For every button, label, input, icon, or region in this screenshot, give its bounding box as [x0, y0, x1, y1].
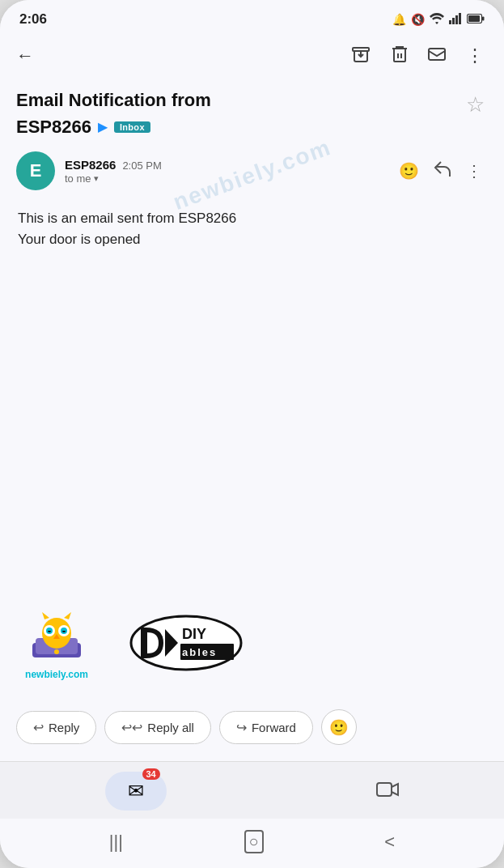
svg-rect-25: [47, 629, 52, 631]
sender-info: ESP8266 2:05 PM to me ▾: [65, 158, 383, 185]
emoji-reaction-button[interactable]: 🙂: [321, 709, 357, 745]
android-nav: ||| ○ <: [0, 819, 504, 868]
mail-icon: ✉: [128, 780, 144, 802]
svg-rect-26: [61, 629, 66, 631]
email-body: This is an email sent from ESP8266 Your …: [0, 194, 504, 585]
email-body-line1: This is an email sent from ESP8266: [18, 211, 236, 226]
svg-point-27: [54, 649, 59, 654]
sender-time: 2:05 PM: [122, 160, 161, 172]
svg-rect-7: [353, 48, 369, 51]
email-body-line2: Your door is opened: [18, 232, 141, 247]
sender-actions: 🙂 ⋮: [393, 156, 488, 186]
sender-name: ESP8266: [65, 158, 116, 172]
toolbar: ← ⋮: [0, 32, 504, 79]
sender-row: E ESP8266 2:05 PM to me ▾ 🙂 ⋮: [0, 142, 504, 194]
action-buttons: ↩ Reply ↩↩ Reply all ↪ Forward 🙂: [0, 696, 504, 761]
email-subject-block: Email Notification from ESP8266 ▶ Inbox: [16, 89, 463, 138]
back-button[interactable]: ←: [13, 39, 44, 73]
svg-marker-23: [42, 612, 49, 619]
sender-to[interactable]: to me ▾: [65, 172, 383, 185]
svg-rect-5: [468, 15, 480, 22]
svg-text:DIY: DIY: [182, 626, 206, 642]
more-button[interactable]: ⋮: [460, 40, 491, 71]
meet-nav-button[interactable]: [376, 780, 399, 802]
svg-rect-2: [455, 15, 458, 24]
owl-svg: [24, 609, 89, 666]
inbox-badge: Inbox: [114, 121, 150, 133]
status-icons: 🔔 🔇: [392, 13, 485, 27]
toolbar-actions: ⋮: [345, 40, 491, 73]
reply-all-label: Reply all: [147, 721, 194, 734]
svg-rect-3: [459, 13, 461, 24]
svg-rect-35: [377, 783, 392, 796]
avatar: E: [16, 151, 55, 190]
video-icon: [376, 780, 399, 802]
status-time: 2:06: [19, 11, 47, 28]
mail-badge: 34: [142, 768, 160, 780]
logo-area: newbiely.com DIY ables ables: [0, 585, 504, 696]
email-subject-line2: ESP8266: [16, 116, 91, 139]
subject-arrow: ▶: [98, 119, 108, 134]
svg-marker-24: [64, 612, 71, 619]
signal-icon: [449, 13, 462, 27]
star-button[interactable]: ☆: [463, 89, 488, 121]
svg-rect-9: [394, 49, 405, 62]
archive-button[interactable]: [345, 40, 377, 73]
reply-all-icon: ↩↩: [121, 720, 142, 735]
recents-button[interactable]: |||: [109, 832, 123, 853]
diyables-svg: DIY ables ables: [129, 615, 243, 671]
more-sender-button[interactable]: ⋮: [460, 156, 488, 185]
newbiely-label: newbiely.com: [25, 669, 88, 680]
svg-rect-6: [482, 17, 485, 21]
reply-all-button[interactable]: ↩↩ Reply all: [104, 711, 211, 744]
delete-button[interactable]: [383, 40, 414, 73]
diyables-logo: DIY ables ables: [129, 615, 243, 674]
forward-icon: ↪: [236, 720, 247, 735]
expand-recipients-icon: ▾: [94, 173, 99, 184]
svg-rect-1: [452, 18, 455, 24]
svg-rect-12: [429, 49, 445, 60]
mute-icon: 🔇: [411, 13, 425, 26]
email-subject-row2: ESP8266 ▶ Inbox: [16, 116, 463, 139]
sender-name-row: ESP8266 2:05 PM: [65, 158, 383, 172]
reply-button[interactable]: ↩ Reply: [16, 711, 96, 744]
forward-button[interactable]: ↪ Forward: [219, 711, 313, 744]
bottom-nav: ✉ 34: [0, 761, 504, 819]
email-body-text: This is an email sent from ESP8266 Your …: [18, 208, 486, 249]
reply-icon: ↩: [33, 720, 44, 735]
email-header: Email Notification from ESP8266 ▶ Inbox …: [0, 79, 504, 142]
reply-label: Reply: [49, 721, 79, 734]
phone-frame: newbiely.com 2:06 🔔 🔇 ←: [0, 0, 504, 868]
wifi-icon: [430, 13, 444, 27]
battery-icon: [467, 13, 485, 26]
email-subject-line1: Email Notification from: [16, 89, 463, 113]
status-bar: 2:06 🔔 🔇: [0, 0, 504, 32]
back-nav-button[interactable]: <: [384, 832, 395, 853]
emoji-button[interactable]: 🙂: [393, 156, 425, 185]
home-button[interactable]: ○: [244, 830, 264, 853]
alarm-icon: 🔔: [392, 13, 406, 26]
forward-label: Forward: [252, 721, 296, 734]
newbiely-logo: newbiely.com: [24, 609, 89, 680]
svg-rect-0: [449, 20, 451, 24]
reply-inline-button[interactable]: [428, 156, 457, 186]
svg-rect-29: [141, 628, 146, 658]
mail-nav-button[interactable]: ✉ 34: [105, 772, 167, 811]
svg-text:ables: ables: [182, 646, 217, 658]
label-button[interactable]: [421, 40, 453, 72]
